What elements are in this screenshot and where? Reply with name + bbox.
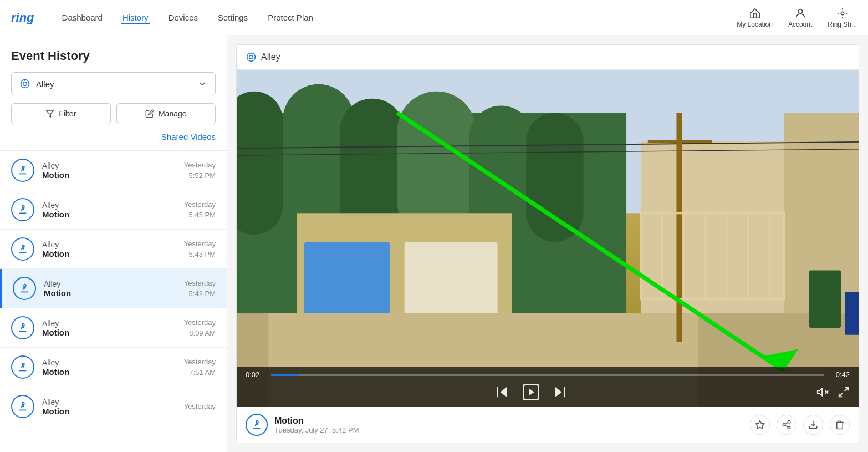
video-action-buttons — [750, 415, 850, 435]
event-info: Alley Motion — [42, 358, 176, 377]
progress-row: 0:02 0:42 — [237, 367, 859, 380]
svg-rect-24 — [237, 92, 283, 235]
motion-icon — [17, 361, 29, 373]
event-icon-circle — [11, 395, 34, 418]
list-item[interactable]: Alley Motion Yesterday 5:52 PM — [0, 151, 227, 190]
nav-ring-share[interactable]: Ring Sh... — [828, 7, 857, 28]
video-panel: Alley — [236, 44, 859, 443]
list-item[interactable]: Alley Motion Yesterday 5:45 PM — [0, 190, 227, 230]
download-button[interactable] — [803, 415, 823, 435]
time-end: 0:42 — [830, 370, 850, 379]
motion-icon — [18, 282, 30, 294]
svg-line-68 — [785, 425, 788, 427]
shared-videos-link[interactable]: Shared Videos — [11, 132, 216, 141]
chevron-down-icon — [197, 79, 207, 89]
nav-protect-plan[interactable]: Protect Plan — [267, 11, 314, 24]
progress-bar[interactable] — [271, 374, 824, 376]
svg-marker-8 — [47, 110, 54, 117]
nav-dashboard[interactable]: Dashboard — [61, 11, 104, 24]
manage-button[interactable]: Manage — [116, 103, 216, 124]
share-button[interactable] — [777, 415, 796, 435]
event-info: Alley Motion — [42, 398, 176, 416]
logo: ring — [11, 11, 34, 25]
mute-button[interactable] — [816, 386, 829, 398]
svg-point-12 — [24, 285, 26, 287]
event-icon-circle — [11, 355, 34, 379]
trash-icon — [835, 420, 845, 430]
nav-history[interactable]: History — [121, 11, 150, 24]
video-info-text: Motion Tuesday, July 27, 5:42 PM — [274, 416, 359, 434]
svg-marker-64 — [756, 421, 764, 429]
list-item[interactable]: Alley Motion Yesterday 7:51 AM — [0, 348, 227, 387]
svg-marker-56 — [555, 387, 562, 398]
download-icon — [808, 420, 818, 430]
video-bottom-controls: 0:02 0:42 — [237, 367, 859, 407]
svg-point-9 — [22, 166, 24, 169]
nav-devices[interactable]: Devices — [167, 11, 199, 24]
device-label: Alley — [36, 79, 54, 89]
sidebar-title: Event History — [11, 49, 216, 63]
edit-icon — [145, 109, 154, 118]
filter-button[interactable]: Filter — [11, 103, 111, 124]
motion-icon — [17, 204, 29, 216]
svg-rect-41 — [809, 271, 841, 328]
svg-point-13 — [22, 324, 24, 326]
svg-point-11 — [22, 245, 24, 247]
share-icon — [782, 420, 792, 430]
home-icon — [749, 7, 761, 19]
time-current: 0:02 — [246, 370, 265, 379]
star-icon — [755, 420, 765, 430]
event-info: Alley Motion — [44, 280, 176, 298]
list-item-selected[interactable]: Alley Motion Yesterday 5:42 PM — [0, 269, 227, 308]
nav-settings[interactable]: Settings — [217, 11, 249, 24]
sidebar: Event History Alley Filter Manage Shared — [0, 35, 227, 452]
svg-point-15 — [22, 403, 24, 405]
progress-fill — [271, 374, 299, 376]
next-icon — [552, 384, 568, 400]
list-item[interactable]: Alley Motion Yesterday 8:09 AM — [0, 308, 227, 348]
svg-point-10 — [22, 206, 24, 208]
list-item[interactable]: Alley Motion Yesterday — [0, 387, 227, 426]
play-button[interactable] — [521, 382, 541, 402]
nav-right: My Location Account Ring Sh... — [737, 7, 857, 28]
svg-point-67 — [788, 426, 790, 429]
motion-icon — [17, 164, 29, 176]
next-button[interactable] — [552, 382, 568, 402]
device-selector[interactable]: Alley — [11, 72, 216, 95]
event-icon-circle — [11, 237, 34, 261]
camera-panel-icon — [246, 52, 257, 63]
event-info: Alley Motion — [42, 201, 176, 219]
fullscreen-button[interactable] — [838, 386, 850, 398]
svg-point-63 — [256, 421, 258, 423]
video-panel-title: Alley — [261, 52, 280, 62]
nav-my-location[interactable]: My Location — [737, 7, 773, 28]
motion-icon — [17, 243, 29, 255]
nav-account[interactable]: Account — [788, 7, 812, 28]
filter-manage-row: Filter Manage — [11, 103, 216, 124]
svg-marker-58 — [818, 389, 822, 396]
svg-rect-39 — [676, 113, 682, 342]
event-icon-circle — [13, 277, 36, 300]
svg-rect-29 — [526, 113, 583, 241]
svg-point-16 — [249, 55, 253, 59]
share-nav-icon — [836, 7, 849, 19]
content-area: Alley — [227, 35, 868, 452]
event-info: Alley Motion — [42, 319, 176, 337]
favorite-button[interactable] — [750, 415, 770, 435]
camera-icon — [19, 78, 30, 89]
delete-button[interactable] — [830, 415, 850, 435]
svg-point-2 — [23, 82, 27, 86]
list-item[interactable]: Alley Motion Yesterday 5:43 PM — [0, 230, 227, 269]
prev-button[interactable] — [494, 382, 510, 402]
svg-line-69 — [785, 423, 788, 424]
video-info-icon — [246, 414, 268, 436]
svg-point-0 — [798, 9, 802, 13]
svg-marker-52 — [501, 387, 507, 398]
prev-icon — [494, 384, 510, 400]
play-icon — [521, 382, 541, 402]
video-background — [237, 70, 859, 407]
event-date: Tuesday, July 27, 5:42 PM — [274, 426, 359, 434]
svg-line-62 — [839, 393, 843, 397]
event-icon-circle — [11, 316, 34, 339]
svg-point-65 — [788, 421, 790, 424]
